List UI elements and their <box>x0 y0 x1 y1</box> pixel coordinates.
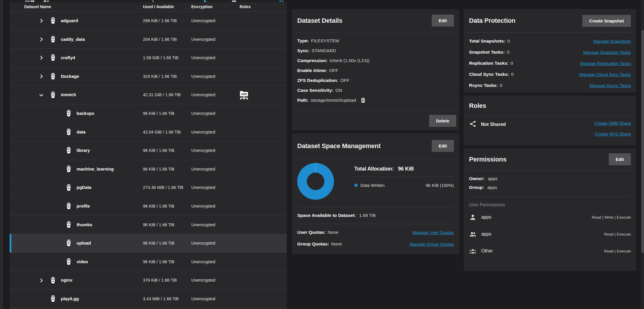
used-available-value: 1.58 GiB / 1.66 TiB <box>143 49 178 67</box>
dataset-row[interactable]: thumbs 96 KiB / 1.66 TiB Unencrypted SMB <box>10 216 287 234</box>
manage-quotas-link[interactable]: Manage User Quotas <box>412 230 454 235</box>
used-available-value: 96 KiB / 1.66 TiB <box>143 141 174 160</box>
quota-row: Group Quotas: None Manage Group Quotas <box>297 238 454 250</box>
quota-rows: User Quotas: None Manage User Quotas Gro… <box>292 224 459 250</box>
legend-value: 96 KiB (100%) <box>426 183 454 188</box>
total-allocation-label: Total Allocation: <box>354 166 394 172</box>
scrollbar-thumb[interactable] <box>641 30 644 253</box>
manage-tasks-link[interactable]: Manage Snapshot Tasks <box>583 50 631 55</box>
dataset-tree-panel: Dataset Name Used / Available Encryption… <box>10 0 287 309</box>
create-smb-share-link[interactable]: Create SMB Share <box>594 120 631 126</box>
dataset-name: pgData <box>77 178 91 197</box>
page-scrollbar[interactable] <box>641 0 644 309</box>
dataset-name: crafty4 <box>61 49 75 67</box>
used-available-value: 42.04 GiB / 1.66 TiB <box>143 123 181 141</box>
dataset-row[interactable]: data 42.04 GiB / 1.66 TiB Unencrypted SM… <box>10 123 287 142</box>
dataset-row[interactable]: library 96 KiB / 1.66 TiB Unencrypted SM… <box>10 141 287 160</box>
allocation-donut-chart <box>297 163 334 200</box>
dataset-row[interactable]: nginx 376 KiB / 1.66 TiB Unencrypted SMB <box>10 271 287 290</box>
chevron-right-icon[interactable] <box>38 17 45 24</box>
manage-tasks-link[interactable]: Manage Cloud Sync Tasks <box>579 72 631 77</box>
encryption-value: Unencrypted <box>191 49 215 67</box>
card-title: Data Protection <box>469 17 516 24</box>
protection-row: Replication Tasks: 0 Manage Replication … <box>469 58 631 69</box>
chevron-right-icon[interactable] <box>38 73 45 80</box>
dataset-row[interactable]: immich 42.31 GiB / 1.66 TiB Unencrypted … <box>10 86 287 104</box>
card-footer: Delete <box>292 111 459 130</box>
create-nfs-share-link[interactable]: Create NFS Share <box>595 131 631 137</box>
copy-path-icon[interactable] <box>360 97 366 103</box>
column-header-roles: Roles <box>240 2 251 11</box>
manage-tasks-link[interactable]: Manage Replication Tasks <box>580 61 631 66</box>
dataset-row[interactable]: profile 96 KiB / 1.66 TiB Unencrypted SM… <box>10 197 287 216</box>
chevron-right-icon[interactable] <box>38 55 45 61</box>
edit-permissions-button[interactable]: Edit <box>609 153 631 165</box>
dataset-name: upload <box>77 234 91 252</box>
chevron-right-icon[interactable] <box>38 277 45 284</box>
dataset-row[interactable]: playit.gg 3.43 MiB / 1.66 TiB Unencrypte… <box>10 290 287 308</box>
encryption-value: Unencrypted <box>191 271 215 289</box>
dataset-row[interactable]: crafty4 1.58 GiB / 1.66 TiB Unencrypted … <box>10 49 287 67</box>
edit-dataset-button[interactable]: Edit <box>432 15 454 27</box>
dataset-name: machine_learning <box>77 160 114 178</box>
encryption-value: Unencrypted <box>191 216 215 234</box>
protection-column: Data Protection Create Snapshot Total Sn… <box>464 9 636 271</box>
encryption-value: Unencrypted <box>191 104 215 123</box>
detail-field: Compression: Inherit (1.00x (LZ4)) <box>297 56 454 66</box>
dataset-name: data <box>77 123 86 141</box>
used-available-value: 296 KiB / 1.66 TiB <box>143 12 177 30</box>
share-status-label: Not Shared <box>481 122 506 127</box>
dataset-icon <box>66 258 72 265</box>
chevron-right-icon[interactable] <box>38 36 45 43</box>
create-snapshot-button[interactable]: Create Snapshot <box>582 15 631 27</box>
total-allocation-line: Total Allocation: 96 KiB <box>354 163 454 177</box>
used-available-value: 324 KiB / 1.66 TiB <box>143 67 177 86</box>
dataset-row[interactable]: Dockage 324 KiB / 1.66 TiB Unencrypted S… <box>10 67 287 86</box>
protection-row: Total Snapshots: 0 Manage Snapshots <box>469 36 631 47</box>
unix-permission-row: apps Read | Write | Execute <box>469 209 631 226</box>
left-rail <box>0 0 3 309</box>
dataset-row[interactable]: backups 96 KiB / 1.66 TiB Unencrypted SM… <box>10 104 287 123</box>
delete-dataset-button[interactable]: Delete <box>429 115 456 127</box>
used-available-value: 376 KiB / 1.66 TiB <box>143 271 177 289</box>
encryption-value: Unencrypted <box>191 141 215 160</box>
dataset-icon <box>50 36 56 43</box>
unix-permission-row: apps Read | Execute <box>469 226 631 243</box>
dataset-row[interactable]: pgData 274.36 MiB / 1.66 TiB Unencrypted… <box>10 178 287 197</box>
dataset-icon <box>66 166 72 173</box>
edit-space-button[interactable]: Edit <box>432 140 454 152</box>
dataset-row[interactable]: machine_learning 96 KiB / 1.66 TiB Unenc… <box>10 160 287 179</box>
dataset-name: library <box>77 141 90 160</box>
group-line: Group: apps <box>469 183 631 192</box>
manage-tasks-link[interactable]: Manage Rsync Tasks <box>590 83 631 88</box>
legend-label: Data Written <box>360 183 385 188</box>
manage-tasks-link[interactable]: Manage Snapshots <box>593 39 631 44</box>
column-header-encryption: Encryption <box>191 2 213 11</box>
dataset-row[interactable]: caddy_data 204 KiB / 1.66 TiB Unencrypte… <box>10 30 287 49</box>
chevron-down-icon[interactable] <box>38 92 45 98</box>
dataset-icon <box>50 295 56 302</box>
dataset-name: immich <box>61 86 76 104</box>
used-available-value: 96 KiB / 1.66 TiB <box>143 234 174 252</box>
dataset-row[interactable]: adguard 296 KiB / 1.66 TiB Unencrypted S… <box>10 12 287 30</box>
dataset-row[interactable]: video 96 KiB / 1.66 TiB Unencrypted SMB <box>10 253 287 271</box>
dataset-details-fields: Type: FILESYSTEM Sync: STANDARD Compress… <box>292 32 459 105</box>
encryption-value: Unencrypted <box>191 253 215 271</box>
dataset-name: Dockage <box>61 67 79 86</box>
space-available-line: Space Available to Dataset: 1.66 TiB <box>292 207 459 224</box>
protection-row: Snapshot Tasks: 0 Manage Snapshot Tasks <box>469 47 631 58</box>
dataset-icon <box>50 92 56 99</box>
owner-label: Owner: <box>469 176 484 181</box>
unix-permission-rows: apps Read | Write | Execute apps Read | … <box>469 209 631 259</box>
owner-value: apps <box>488 176 498 181</box>
encryption-value: Unencrypted <box>191 30 215 49</box>
quota-row: User Quotas: None Manage User Quotas <box>297 227 454 238</box>
manage-quotas-link[interactable]: Manage Group Quotas <box>409 242 454 247</box>
protection-row: Cloud Sync Tasks: 0 Manage Cloud Sync Ta… <box>469 69 631 80</box>
encryption-value: Unencrypted <box>191 12 215 30</box>
dataset-name: backups <box>77 104 94 123</box>
roles-card: Roles Not Shared Create SMB Share Create… <box>464 96 636 145</box>
dataset-row[interactable]: upload 96 KiB / 1.66 TiB Unencrypted SMB <box>10 234 287 253</box>
dataset-icon <box>66 110 72 117</box>
used-available-value: 96 KiB / 1.66 TiB <box>143 104 174 123</box>
